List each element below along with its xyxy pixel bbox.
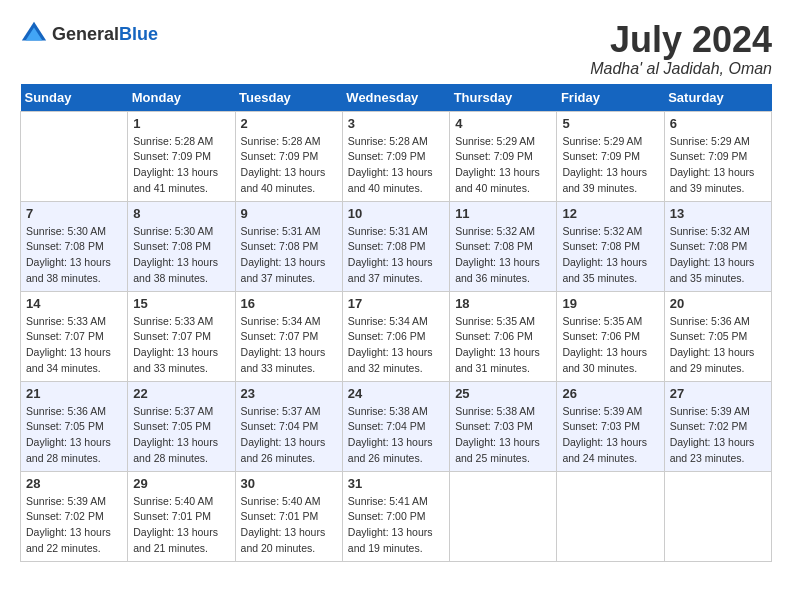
day-number: 8 (133, 206, 229, 221)
day-number: 18 (455, 296, 551, 311)
table-cell (450, 471, 557, 561)
day-number: 6 (670, 116, 766, 131)
header-wednesday: Wednesday (342, 84, 449, 112)
day-number: 1 (133, 116, 229, 131)
day-number: 14 (26, 296, 122, 311)
page-header: GeneralBlue July 2024 Madha' al Jadidah,… (20, 20, 772, 78)
header-tuesday: Tuesday (235, 84, 342, 112)
table-cell: 31Sunrise: 5:41 AMSunset: 7:00 PMDayligh… (342, 471, 449, 561)
cell-info: Sunrise: 5:33 AMSunset: 7:07 PMDaylight:… (133, 314, 229, 377)
table-cell: 25Sunrise: 5:38 AMSunset: 7:03 PMDayligh… (450, 381, 557, 471)
day-number: 28 (26, 476, 122, 491)
calendar-row-5: 28Sunrise: 5:39 AMSunset: 7:02 PMDayligh… (21, 471, 772, 561)
cell-info: Sunrise: 5:36 AMSunset: 7:05 PMDaylight:… (670, 314, 766, 377)
table-cell: 4Sunrise: 5:29 AMSunset: 7:09 PMDaylight… (450, 111, 557, 201)
table-cell: 21Sunrise: 5:36 AMSunset: 7:05 PMDayligh… (21, 381, 128, 471)
cell-info: Sunrise: 5:30 AMSunset: 7:08 PMDaylight:… (133, 224, 229, 287)
day-number: 23 (241, 386, 337, 401)
day-number: 25 (455, 386, 551, 401)
table-cell: 13Sunrise: 5:32 AMSunset: 7:08 PMDayligh… (664, 201, 771, 291)
table-cell: 5Sunrise: 5:29 AMSunset: 7:09 PMDaylight… (557, 111, 664, 201)
day-number: 15 (133, 296, 229, 311)
table-cell: 23Sunrise: 5:37 AMSunset: 7:04 PMDayligh… (235, 381, 342, 471)
day-number: 5 (562, 116, 658, 131)
day-number: 16 (241, 296, 337, 311)
header-monday: Monday (128, 84, 235, 112)
day-number: 17 (348, 296, 444, 311)
table-cell: 7Sunrise: 5:30 AMSunset: 7:08 PMDaylight… (21, 201, 128, 291)
day-number: 21 (26, 386, 122, 401)
table-cell: 10Sunrise: 5:31 AMSunset: 7:08 PMDayligh… (342, 201, 449, 291)
cell-info: Sunrise: 5:41 AMSunset: 7:00 PMDaylight:… (348, 494, 444, 557)
cell-info: Sunrise: 5:32 AMSunset: 7:08 PMDaylight:… (562, 224, 658, 287)
header-thursday: Thursday (450, 84, 557, 112)
cell-info: Sunrise: 5:28 AMSunset: 7:09 PMDaylight:… (241, 134, 337, 197)
table-cell: 28Sunrise: 5:39 AMSunset: 7:02 PMDayligh… (21, 471, 128, 561)
day-number: 13 (670, 206, 766, 221)
cell-info: Sunrise: 5:38 AMSunset: 7:03 PMDaylight:… (455, 404, 551, 467)
day-number: 29 (133, 476, 229, 491)
table-cell: 14Sunrise: 5:33 AMSunset: 7:07 PMDayligh… (21, 291, 128, 381)
cell-info: Sunrise: 5:29 AMSunset: 7:09 PMDaylight:… (562, 134, 658, 197)
table-cell: 20Sunrise: 5:36 AMSunset: 7:05 PMDayligh… (664, 291, 771, 381)
table-cell: 27Sunrise: 5:39 AMSunset: 7:02 PMDayligh… (664, 381, 771, 471)
table-cell: 1Sunrise: 5:28 AMSunset: 7:09 PMDaylight… (128, 111, 235, 201)
cell-info: Sunrise: 5:29 AMSunset: 7:09 PMDaylight:… (455, 134, 551, 197)
table-cell: 22Sunrise: 5:37 AMSunset: 7:05 PMDayligh… (128, 381, 235, 471)
logo-text-blue: Blue (119, 24, 158, 44)
logo: GeneralBlue (20, 20, 158, 48)
cell-info: Sunrise: 5:28 AMSunset: 7:09 PMDaylight:… (133, 134, 229, 197)
cell-info: Sunrise: 5:35 AMSunset: 7:06 PMDaylight:… (562, 314, 658, 377)
cell-info: Sunrise: 5:39 AMSunset: 7:03 PMDaylight:… (562, 404, 658, 467)
table-cell (21, 111, 128, 201)
table-cell: 17Sunrise: 5:34 AMSunset: 7:06 PMDayligh… (342, 291, 449, 381)
cell-info: Sunrise: 5:30 AMSunset: 7:08 PMDaylight:… (26, 224, 122, 287)
day-number: 30 (241, 476, 337, 491)
cell-info: Sunrise: 5:39 AMSunset: 7:02 PMDaylight:… (670, 404, 766, 467)
day-number: 22 (133, 386, 229, 401)
main-title: July 2024 (590, 20, 772, 60)
table-cell: 11Sunrise: 5:32 AMSunset: 7:08 PMDayligh… (450, 201, 557, 291)
weekday-header-row: Sunday Monday Tuesday Wednesday Thursday… (21, 84, 772, 112)
logo-icon (20, 20, 48, 48)
calendar-row-4: 21Sunrise: 5:36 AMSunset: 7:05 PMDayligh… (21, 381, 772, 471)
cell-info: Sunrise: 5:28 AMSunset: 7:09 PMDaylight:… (348, 134, 444, 197)
day-number: 2 (241, 116, 337, 131)
day-number: 31 (348, 476, 444, 491)
day-number: 3 (348, 116, 444, 131)
cell-info: Sunrise: 5:37 AMSunset: 7:05 PMDaylight:… (133, 404, 229, 467)
cell-info: Sunrise: 5:32 AMSunset: 7:08 PMDaylight:… (455, 224, 551, 287)
header-sunday: Sunday (21, 84, 128, 112)
cell-info: Sunrise: 5:35 AMSunset: 7:06 PMDaylight:… (455, 314, 551, 377)
cell-info: Sunrise: 5:38 AMSunset: 7:04 PMDaylight:… (348, 404, 444, 467)
table-cell: 26Sunrise: 5:39 AMSunset: 7:03 PMDayligh… (557, 381, 664, 471)
day-number: 27 (670, 386, 766, 401)
cell-info: Sunrise: 5:40 AMSunset: 7:01 PMDaylight:… (241, 494, 337, 557)
cell-info: Sunrise: 5:37 AMSunset: 7:04 PMDaylight:… (241, 404, 337, 467)
cell-info: Sunrise: 5:33 AMSunset: 7:07 PMDaylight:… (26, 314, 122, 377)
day-number: 19 (562, 296, 658, 311)
cell-info: Sunrise: 5:36 AMSunset: 7:05 PMDaylight:… (26, 404, 122, 467)
day-number: 20 (670, 296, 766, 311)
day-number: 26 (562, 386, 658, 401)
calendar-row-2: 7Sunrise: 5:30 AMSunset: 7:08 PMDaylight… (21, 201, 772, 291)
subtitle: Madha' al Jadidah, Oman (590, 60, 772, 78)
calendar-table: Sunday Monday Tuesday Wednesday Thursday… (20, 84, 772, 562)
day-number: 7 (26, 206, 122, 221)
table-cell: 19Sunrise: 5:35 AMSunset: 7:06 PMDayligh… (557, 291, 664, 381)
table-cell: 9Sunrise: 5:31 AMSunset: 7:08 PMDaylight… (235, 201, 342, 291)
table-cell (664, 471, 771, 561)
cell-info: Sunrise: 5:34 AMSunset: 7:06 PMDaylight:… (348, 314, 444, 377)
table-cell: 6Sunrise: 5:29 AMSunset: 7:09 PMDaylight… (664, 111, 771, 201)
table-cell: 12Sunrise: 5:32 AMSunset: 7:08 PMDayligh… (557, 201, 664, 291)
calendar-row-3: 14Sunrise: 5:33 AMSunset: 7:07 PMDayligh… (21, 291, 772, 381)
day-number: 4 (455, 116, 551, 131)
table-cell: 2Sunrise: 5:28 AMSunset: 7:09 PMDaylight… (235, 111, 342, 201)
day-number: 9 (241, 206, 337, 221)
cell-info: Sunrise: 5:34 AMSunset: 7:07 PMDaylight:… (241, 314, 337, 377)
calendar-row-1: 1Sunrise: 5:28 AMSunset: 7:09 PMDaylight… (21, 111, 772, 201)
cell-info: Sunrise: 5:31 AMSunset: 7:08 PMDaylight:… (348, 224, 444, 287)
cell-info: Sunrise: 5:29 AMSunset: 7:09 PMDaylight:… (670, 134, 766, 197)
header-saturday: Saturday (664, 84, 771, 112)
day-number: 12 (562, 206, 658, 221)
